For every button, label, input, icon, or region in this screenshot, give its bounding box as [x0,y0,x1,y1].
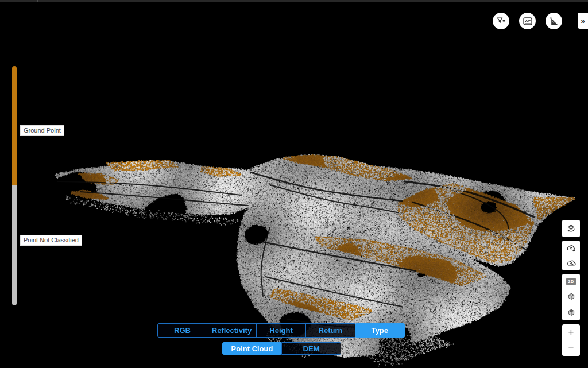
cube-dark-icon [567,308,576,317]
filter-button[interactable] [493,13,509,29]
mode-tab-rgb[interactable]: RGB [157,323,207,338]
legend-label-point-not-classified: Point Not Classified [20,235,82,246]
panel-expand-button[interactable]: » [578,13,588,29]
mode-tab-reflectivity[interactable]: Reflectivity [207,323,257,338]
classification-legend-bar [12,66,17,305]
add-point-cloud-button[interactable] [562,241,580,255]
cloud-add-points-icon [566,243,577,253]
layer-tabs: Point CloudDEM [222,342,341,355]
legend-label-ground-point: Ground Point [20,125,64,136]
view-mode-group: 2D [562,274,580,320]
measure-button[interactable] [546,13,562,29]
cube-light-icon [567,292,576,301]
orbit-view-button[interactable] [562,220,580,237]
view-2d-button[interactable]: 2D [562,274,580,289]
legend-segment-unclassified [12,185,17,305]
point-cloud-tools-group [562,241,580,270]
view-3d-button[interactable] [562,289,580,304]
legend-segment-ground [12,66,17,185]
histogram-icon [523,16,533,26]
chevron-double-right-icon: » [581,17,585,25]
point-cloud-viewport[interactable] [0,0,588,368]
zoom-out-button[interactable]: − [562,340,580,356]
orbit-cube-icon [566,223,577,234]
zoom-controls: + − [562,324,580,356]
mode-tab-return[interactable]: Return [305,323,355,338]
window-top-strip [0,0,588,2]
mode-tab-height[interactable]: Height [256,323,306,338]
filter-icon [496,16,506,26]
layer-tab-dem[interactable]: DEM [281,342,341,355]
view-2d-icon: 2D [566,278,576,285]
minus-icon: − [568,343,574,353]
view-orthographic-button[interactable] [562,305,580,320]
cloud-points-icon [566,258,577,268]
window-top-strip-tick [37,0,38,2]
histogram-button[interactable] [519,13,536,29]
display-mode-tabs: RGBReflectivityHeightReturnType [157,323,405,338]
measure-icon [549,16,559,26]
mode-tab-type[interactable]: Type [355,323,405,338]
zoom-in-button[interactable]: + [562,324,580,340]
point-cloud-display-button[interactable] [562,255,580,270]
layer-tab-point-cloud[interactable]: Point Cloud [222,342,282,355]
plus-icon: + [568,327,574,337]
